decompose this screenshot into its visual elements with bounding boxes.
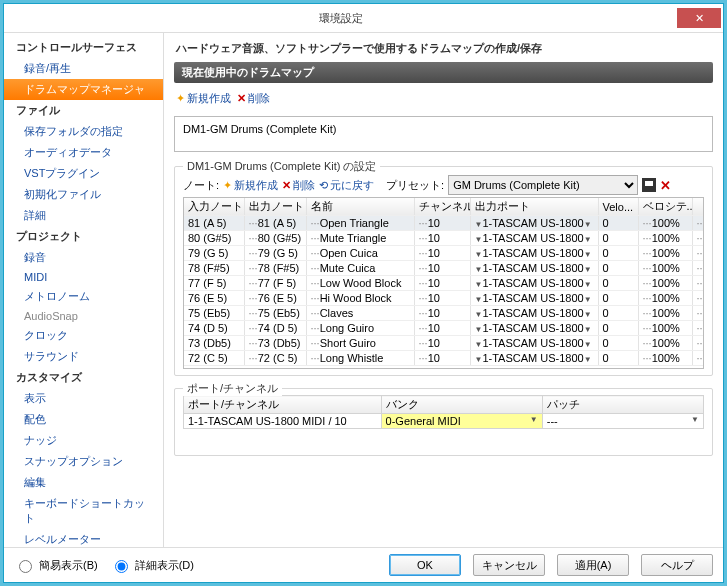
cell[interactable]: ▼1-TASCAM US-1800▼ bbox=[470, 216, 598, 231]
column-header[interactable]: 出力ポート bbox=[470, 198, 598, 216]
cell[interactable]: ···100% bbox=[638, 291, 692, 306]
sidebar-item[interactable]: ファイル bbox=[4, 100, 163, 121]
sidebar-item[interactable]: スナップオプション bbox=[4, 451, 163, 472]
cell[interactable]: 78 (F#5) bbox=[184, 261, 244, 276]
cell[interactable]: ···77 (F 5) bbox=[244, 276, 306, 291]
cell[interactable]: ···100% bbox=[638, 276, 692, 291]
sidebar-item[interactable]: コントロールサーフェス bbox=[4, 37, 163, 58]
cell[interactable]: ···10 bbox=[414, 336, 470, 351]
sidebar[interactable]: コントロールサーフェス録音/再生ドラムマップマネージャファイル保存フォルダの指定… bbox=[4, 33, 164, 547]
note-grid[interactable]: 入力ノート出力ノート名前チャンネル出力ポートVelo...ベロシテ... 81 … bbox=[184, 198, 704, 366]
close-button[interactable]: ✕ bbox=[677, 8, 721, 28]
sidebar-item[interactable]: AudioSnap bbox=[4, 307, 163, 325]
sidebar-item[interactable]: キーボードショートカット bbox=[4, 493, 163, 529]
cell[interactable]: ··· bbox=[692, 306, 704, 321]
sidebar-item[interactable]: 編集 bbox=[4, 472, 163, 493]
cell[interactable]: ···79 (G 5) bbox=[244, 246, 306, 261]
cell[interactable]: ···10 bbox=[414, 216, 470, 231]
cell[interactable]: 0 bbox=[598, 291, 638, 306]
cell[interactable]: ···80 (G#5) bbox=[244, 231, 306, 246]
apply-button[interactable]: 適用(A) bbox=[557, 554, 629, 576]
cell[interactable]: ···81 (A 5) bbox=[244, 216, 306, 231]
cell[interactable]: ▼1-TASCAM US-1800▼ bbox=[470, 321, 598, 336]
cell[interactable]: ···100% bbox=[638, 321, 692, 336]
table-row[interactable]: 76 (E 5)···76 (E 5)···Hi Wood Block···10… bbox=[184, 291, 704, 306]
cell[interactable]: ···75 (Eb5) bbox=[244, 306, 306, 321]
cell[interactable]: ···10 bbox=[414, 351, 470, 366]
cell[interactable]: ···74 (D 5) bbox=[244, 321, 306, 336]
sidebar-item[interactable]: サラウンド bbox=[4, 346, 163, 367]
save-icon[interactable] bbox=[642, 178, 656, 192]
table-row[interactable]: 79 (G 5)···79 (G 5)···Open Cuica···10▼1-… bbox=[184, 246, 704, 261]
table-row[interactable]: 75 (Eb5)···75 (Eb5)···Claves···10▼1-TASC… bbox=[184, 306, 704, 321]
sidebar-item[interactable]: 表示 bbox=[4, 388, 163, 409]
cell[interactable]: ··· bbox=[692, 321, 704, 336]
cell[interactable]: ···100% bbox=[638, 216, 692, 231]
cell[interactable]: ···10 bbox=[414, 291, 470, 306]
sidebar-item[interactable]: プロジェクト bbox=[4, 226, 163, 247]
patch-cell[interactable]: --- ▼ bbox=[542, 414, 703, 429]
cell[interactable]: ···10 bbox=[414, 261, 470, 276]
column-header[interactable]: ベロシテ... bbox=[638, 198, 692, 216]
cell[interactable]: ···73 (Db5) bbox=[244, 336, 306, 351]
column-header[interactable]: チャンネル bbox=[414, 198, 470, 216]
cell[interactable]: 0 bbox=[598, 261, 638, 276]
cell[interactable]: ···10 bbox=[414, 246, 470, 261]
note-grid-wrap[interactable]: 入力ノート出力ノート名前チャンネル出力ポートVelo...ベロシテ... 81 … bbox=[183, 197, 704, 369]
cell[interactable]: ▼1-TASCAM US-1800▼ bbox=[470, 261, 598, 276]
table-row[interactable]: 72 (C 5)···72 (C 5)···Long Whistle···10▼… bbox=[184, 351, 704, 366]
detail-view-radio[interactable]: 詳細表示(D) bbox=[110, 557, 194, 573]
cell[interactable]: ▼1-TASCAM US-1800▼ bbox=[470, 291, 598, 306]
cell[interactable]: ···10 bbox=[414, 306, 470, 321]
cell[interactable]: 0 bbox=[598, 276, 638, 291]
cell[interactable]: ···100% bbox=[638, 306, 692, 321]
sidebar-item[interactable]: VSTプラグイン bbox=[4, 163, 163, 184]
cell[interactable]: 79 (G 5) bbox=[184, 246, 244, 261]
table-row[interactable]: 73 (Db5)···73 (Db5)···Short Guiro···10▼1… bbox=[184, 336, 704, 351]
note-delete-button[interactable]: ✕ 削除 bbox=[282, 178, 315, 193]
cell[interactable]: 0 bbox=[598, 306, 638, 321]
column-header[interactable] bbox=[692, 198, 704, 216]
cell[interactable]: ···100% bbox=[638, 231, 692, 246]
ok-button[interactable]: OK bbox=[389, 554, 461, 576]
table-row[interactable]: 74 (D 5)···74 (D 5)···Long Guiro···10▼1-… bbox=[184, 321, 704, 336]
preset-select[interactable]: GM Drums (Complete Kit) bbox=[448, 175, 638, 195]
new-drummap-button[interactable]: ✦ 新規作成 bbox=[176, 91, 231, 106]
sidebar-item[interactable]: メトロノーム bbox=[4, 286, 163, 307]
cell[interactable]: ··· bbox=[692, 291, 704, 306]
cell[interactable]: 73 (Db5) bbox=[184, 336, 244, 351]
bank-cell[interactable]: 0-General MIDI ▼ bbox=[381, 414, 542, 429]
cell[interactable]: ···Short Guiro bbox=[306, 336, 414, 351]
column-header[interactable]: 入力ノート bbox=[184, 198, 244, 216]
sidebar-item[interactable]: カスタマイズ bbox=[4, 367, 163, 388]
sidebar-item[interactable]: レベルメーター bbox=[4, 529, 163, 547]
cell[interactable]: ···Mute Triangle bbox=[306, 231, 414, 246]
pc-cell[interactable]: 1-1-TASCAM US-1800 MIDI / 10 bbox=[184, 414, 382, 429]
current-drummap-list[interactable]: DM1-GM Drums (Complete Kit) bbox=[174, 116, 713, 152]
cell[interactable]: ···72 (C 5) bbox=[244, 351, 306, 366]
delete-drummap-button[interactable]: ✕ 削除 bbox=[237, 91, 270, 106]
sidebar-item[interactable]: 録音/再生 bbox=[4, 58, 163, 79]
cell[interactable]: 0 bbox=[598, 246, 638, 261]
cell[interactable]: ▼1-TASCAM US-1800▼ bbox=[470, 231, 598, 246]
cell[interactable]: ··· bbox=[692, 216, 704, 231]
sidebar-item[interactable]: クロック bbox=[4, 325, 163, 346]
delete-preset-icon[interactable]: ✕ bbox=[660, 178, 671, 193]
simple-view-radio[interactable]: 簡易表示(B) bbox=[14, 557, 98, 573]
sidebar-item[interactable]: 録音 bbox=[4, 247, 163, 268]
help-button[interactable]: ヘルプ bbox=[641, 554, 713, 576]
cell[interactable]: ···76 (E 5) bbox=[244, 291, 306, 306]
cell[interactable]: 0 bbox=[598, 336, 638, 351]
cell[interactable]: 75 (Eb5) bbox=[184, 306, 244, 321]
port-channel-table[interactable]: ポート/チャンネル バンク パッチ 1-1-TASCAM US-1800 MID… bbox=[183, 395, 704, 429]
cell[interactable]: ··· bbox=[692, 261, 704, 276]
cell[interactable]: ···Open Triangle bbox=[306, 216, 414, 231]
cell[interactable]: ···10 bbox=[414, 276, 470, 291]
cell[interactable]: 0 bbox=[598, 351, 638, 366]
cell[interactable]: 81 (A 5) bbox=[184, 216, 244, 231]
cell[interactable]: ··· bbox=[692, 276, 704, 291]
cell[interactable]: 80 (G#5) bbox=[184, 231, 244, 246]
sidebar-item[interactable]: 初期化ファイル bbox=[4, 184, 163, 205]
cell[interactable]: ···78 (F#5) bbox=[244, 261, 306, 276]
cell[interactable]: ···Open Cuica bbox=[306, 246, 414, 261]
